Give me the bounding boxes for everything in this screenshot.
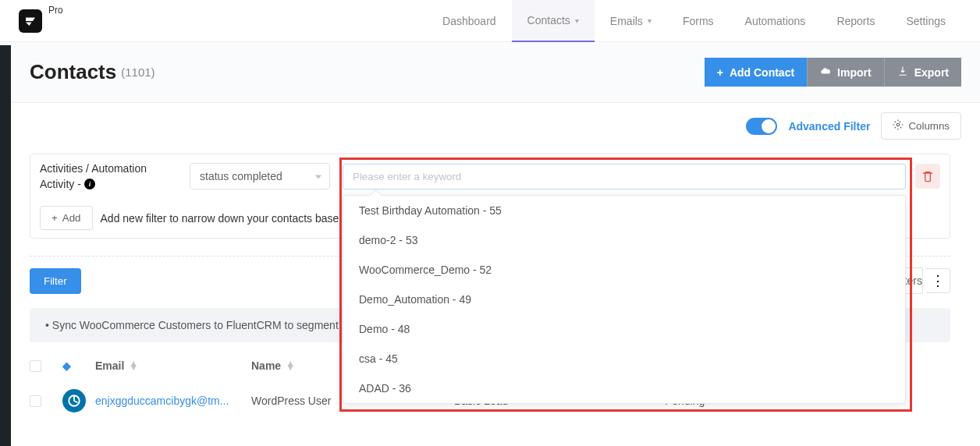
columns-button[interactable]: Columns	[881, 112, 961, 140]
plus-icon: +	[717, 66, 723, 79]
page-header: Contacts (1101) +Add Contact Import Expo…	[0, 42, 980, 103]
nav-contacts[interactable]: Contacts▾	[512, 0, 595, 42]
keyword-search-input[interactable]	[343, 164, 906, 189]
filter-section-label: Activities / Automation Activity -i	[40, 162, 180, 190]
add-contact-button[interactable]: +Add Contact	[705, 58, 807, 87]
gear-icon	[893, 119, 904, 133]
delete-filter-button[interactable]	[915, 164, 940, 189]
add-filter-button[interactable]: +Add	[40, 206, 93, 230]
dropdown-option[interactable]: csa - 45	[343, 344, 905, 373]
filter-panel: Activities / Automation Activity -i stat…	[30, 154, 950, 239]
chevron-down-icon: ▾	[648, 16, 652, 25]
sort-indicator-icon[interactable]: ◆	[62, 359, 95, 372]
apply-filter-button[interactable]: Filter	[30, 268, 81, 294]
nav-emails[interactable]: Emails▾	[595, 0, 667, 41]
select-all-checkbox[interactable]	[30, 360, 41, 372]
app-logo[interactable]	[19, 9, 42, 33]
dropdown-option[interactable]: ADAD - 36	[343, 373, 905, 403]
nav-reports[interactable]: Reports	[821, 0, 890, 41]
import-button[interactable]: Import	[807, 58, 884, 87]
nav-dashboard[interactable]: Dashboard	[427, 0, 512, 41]
wp-admin-sidebar-strip	[0, 45, 11, 422]
page-count: (1101)	[121, 65, 154, 79]
contact-email-link[interactable]: enjxggduccamcibygk@tm...	[95, 395, 251, 407]
chevron-down-icon: ▾	[575, 16, 579, 25]
advanced-filter-label[interactable]: Advanced Filter	[788, 120, 870, 133]
page-title: Contacts	[30, 60, 116, 84]
dropdown-option[interactable]: Demo - 48	[343, 314, 905, 344]
top-nav: Pro Dashboard Contacts▾ Emails▾ Forms Au…	[0, 0, 980, 42]
col-email[interactable]: Email▲▼	[95, 359, 251, 372]
svg-point-0	[897, 123, 900, 126]
sort-arrows-icon: ▲▼	[129, 362, 138, 370]
nav-settings[interactable]: Settings	[890, 0, 961, 41]
more-options-button[interactable]: ⋮	[926, 268, 950, 293]
dropdown-option[interactable]: WooCommerce_Demo - 52	[343, 255, 905, 285]
info-icon[interactable]: i	[84, 179, 95, 189]
pro-badge: Pro	[48, 5, 63, 16]
nav-forms[interactable]: Forms	[667, 0, 730, 41]
toolbar-secondary: Advanced Filter Columns	[0, 103, 980, 149]
row-checkbox[interactable]	[30, 395, 41, 407]
plus-icon: +	[51, 212, 58, 224]
dropdown-option[interactable]: Demo_Automation - 49	[343, 285, 905, 314]
export-button[interactable]: Export	[884, 58, 961, 87]
automation-dropdown: Test Birthday Automation - 55 demo-2 - 5…	[343, 195, 906, 404]
advanced-filter-toggle[interactable]	[746, 118, 777, 135]
sort-arrows-icon: ▲▼	[286, 362, 295, 370]
add-filter-hint: Add new filter to narrow down your conta…	[101, 212, 339, 225]
avatar	[62, 389, 86, 412]
dropdown-option[interactable]: Test Birthday Automation - 55	[343, 196, 905, 225]
download-icon	[897, 65, 908, 79]
nav-automations[interactable]: Automations	[730, 0, 822, 41]
cloud-icon	[820, 65, 831, 79]
status-select[interactable]: status completed	[190, 163, 330, 189]
dropdown-option[interactable]: demo-2 - 53	[343, 225, 905, 255]
